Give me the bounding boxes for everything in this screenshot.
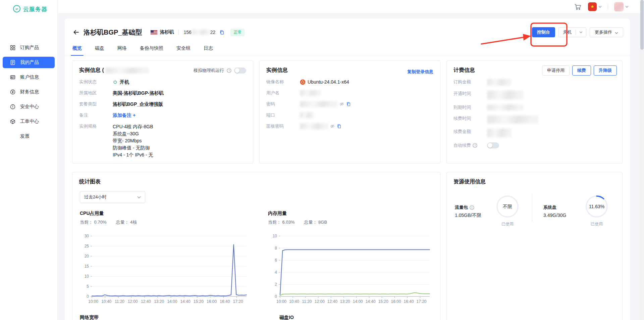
- ubuntu-icon: [300, 79, 306, 85]
- instance-header: 洛杉矶BGP_基础型 洛杉矶 156 22 正常 控制台 关机 更多操作: [73, 25, 623, 39]
- svg-text:12:40: 12:40: [141, 299, 151, 304]
- billing-buttons: 申请停用续费升降级: [542, 65, 617, 76]
- toggle-label: 模拟物理机运行: [194, 67, 224, 74]
- tab-2[interactable]: 磁盘: [95, 45, 105, 56]
- svg-text:5: 5: [87, 284, 89, 289]
- eye-off-icon: [339, 102, 344, 106]
- console-button[interactable]: 控制台: [532, 27, 555, 37]
- power-icon: [113, 80, 118, 85]
- svg-text:15: 15: [85, 264, 89, 269]
- masked-value: [300, 123, 328, 129]
- field-row: 镜像名称Ubuntu-24.04.1-x64: [266, 79, 433, 85]
- eye-off-icon[interactable]: [339, 102, 344, 106]
- resource-divider: [532, 193, 532, 222]
- masked-value: [487, 91, 523, 99]
- back-arrow-icon[interactable]: [73, 29, 80, 36]
- account-menu[interactable]: [614, 2, 629, 11]
- svg-text:20: 20: [85, 254, 89, 259]
- tab-5[interactable]: 安全组: [176, 45, 191, 56]
- auto-renew-row: 自动续费 ?: [453, 142, 615, 148]
- sidebar-item-7[interactable]: 发票: [3, 131, 55, 142]
- logo-text: 云服务器: [23, 5, 47, 13]
- svg-text:17:20: 17:20: [417, 299, 427, 304]
- scrollbar-thumb[interactable]: [640, 0, 644, 50]
- app-logo[interactable]: IP 云服务器: [0, 0, 57, 14]
- chart-current: 当前： 0.70%: [80, 219, 106, 225]
- sidebar-item-label: 我的产品: [20, 59, 39, 65]
- china-flag-icon: ★: [588, 2, 597, 11]
- sidebar-item-6[interactable]: 工单中心: [3, 116, 55, 127]
- sidebar-item-2[interactable]: 我的产品: [3, 57, 55, 68]
- cart-icon[interactable]: [574, 3, 582, 11]
- chevron-down-icon: [625, 6, 629, 8]
- masked-value: [487, 104, 523, 110]
- time-range-select[interactable]: 过去24小时: [80, 191, 145, 203]
- field-row: 套餐类型洛杉矶BGP_企业增强版: [79, 101, 246, 107]
- disk-io-section-title: 磁盘IO: [279, 315, 294, 320]
- tab-1[interactable]: 概览: [72, 45, 82, 56]
- field-row: 密码: [266, 101, 433, 107]
- question-circle-icon[interactable]: ?: [473, 143, 477, 148]
- statistics-card: 统计图表 过去24小时 CPU占用量 当前： 0.70%总量： 4核 05101…: [72, 172, 440, 320]
- sidebar-item-3[interactable]: 账户信息: [3, 72, 55, 83]
- chart-total: 总量： 4核: [116, 219, 137, 225]
- tab-bar: 概览磁盘网络备份与快照安全组日志: [65, 45, 630, 56]
- chart-current-total: 当前： 0.70%总量： 4核: [80, 219, 249, 225]
- chevron-down-icon: [598, 6, 602, 8]
- sidebar-item-5[interactable]: 安全中心: [3, 101, 55, 112]
- svg-text:14:00: 14:00: [167, 299, 177, 304]
- info-circle-icon[interactable]: [470, 205, 474, 210]
- eye-off-icon[interactable]: [330, 124, 335, 129]
- power-dropdown-icon[interactable]: [576, 28, 586, 37]
- field-row: 端口: [266, 112, 433, 118]
- sidebar-item-label: 发票: [20, 133, 30, 139]
- logo-icon: IP: [13, 5, 21, 14]
- language-selector[interactable]: ★: [588, 2, 602, 11]
- info-cards-row: 实例信息 ( 模拟物理机运行 ? 实例状态开机所属地区美国-洛杉矶BGP-洛杉矶…: [72, 60, 623, 164]
- svg-text:11:20: 11:20: [115, 299, 124, 304]
- copy-icon[interactable]: [346, 102, 351, 106]
- memory-line-chart[interactable]: 024681010:0010:4011:2012:0012:4013:2014:…: [268, 233, 432, 306]
- power-button[interactable]: 关机: [558, 27, 586, 37]
- id-card-icon: [10, 75, 15, 80]
- field-row: 所属地区美国-洛杉矶BGP-洛杉矶: [79, 90, 246, 96]
- copy-ip-icon[interactable]: [219, 30, 224, 35]
- page-scrollbar[interactable]: [640, 0, 644, 320]
- svg-text:12:00: 12:00: [128, 299, 138, 304]
- field-row: 订购金额: [453, 79, 615, 86]
- login-info-card: 实例信息 复制登录信息 镜像名称Ubuntu-24.04.1-x64用户名密码端…: [259, 60, 440, 164]
- tab-3[interactable]: 网络: [117, 45, 127, 56]
- ip-blur: [192, 30, 210, 35]
- svg-text:16:00: 16:00: [207, 299, 217, 304]
- sidebar-item-4[interactable]: 财务信息: [3, 86, 55, 98]
- svg-text:10: 10: [85, 274, 89, 279]
- power-button-label[interactable]: 关机: [559, 28, 576, 37]
- copy-icon[interactable]: [337, 124, 341, 129]
- sidebar-item-1[interactable]: 订购产品: [3, 42, 55, 53]
- region-name: 洛杉矶: [160, 29, 174, 35]
- question-circle-icon[interactable]: ?: [227, 68, 231, 73]
- tab-4[interactable]: 备份与快照: [140, 45, 164, 56]
- cpu-line-chart[interactable]: 05101520253010:0010:4011:2012:0012:4013:…: [80, 233, 249, 306]
- field-row: 实例规格CPU-4核 内存-8GB系统盘--30G带宽- 20Mbps防御峰值 …: [79, 123, 246, 158]
- svg-text:16:40: 16:40: [220, 299, 230, 304]
- simulate-physical-toggle[interactable]: [234, 67, 246, 74]
- sidebar-menu: 订购产品我的产品账户信息财务信息安全中心工单中心发票: [0, 42, 57, 142]
- system-disk-label: 系统盘: [543, 204, 556, 211]
- chart-title: 内存用量: [268, 211, 432, 217]
- grid-icon: [10, 45, 15, 50]
- auto-renew-toggle[interactable]: [487, 142, 499, 148]
- us-flag-icon: [151, 30, 157, 35]
- tab-6[interactable]: 日志: [203, 45, 213, 56]
- copy-login-info-link[interactable]: 复制登录信息: [407, 69, 433, 75]
- more-actions-button[interactable]: 更多操作: [590, 27, 623, 37]
- instance-info-card: 实例信息 ( 模拟物理机运行 ? 实例状态开机所属地区美国-洛杉矶BGP-洛杉矶…: [72, 60, 253, 164]
- field-row: 用户名: [266, 90, 433, 96]
- add-remark-link[interactable]: 添加备注 +: [113, 112, 136, 118]
- billing-button-1[interactable]: 申请停用: [542, 65, 570, 76]
- billing-button-2[interactable]: 续费: [572, 65, 591, 76]
- simulate-physical-toggle-row: 模拟物理机运行 ?: [194, 67, 246, 74]
- ip-address: 156 22: [183, 30, 215, 35]
- bottom-cards-row: 统计图表 过去24小时 CPU占用量 当前： 0.70%总量： 4核 05101…: [72, 172, 623, 320]
- billing-button-3[interactable]: 升降级: [594, 65, 617, 76]
